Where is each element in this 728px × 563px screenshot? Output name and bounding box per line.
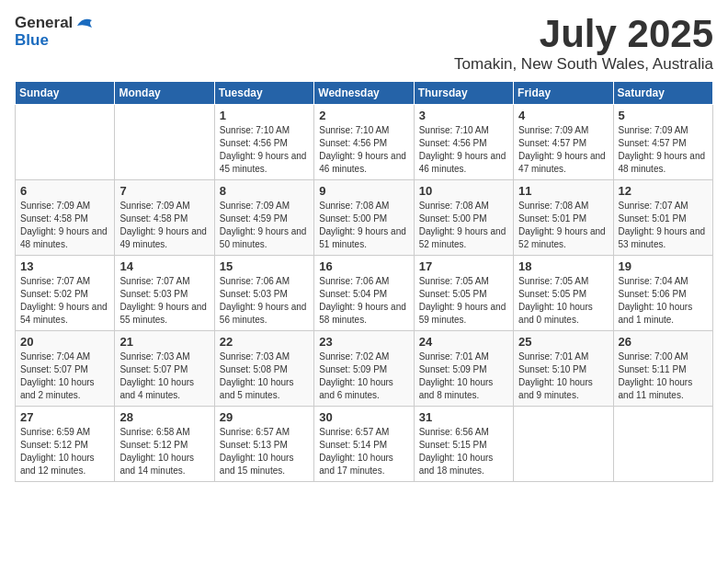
calendar-cell: 25Sunrise: 7:01 AM Sunset: 5:10 PM Dayli…: [514, 331, 613, 407]
day-number: 23: [319, 335, 408, 349]
day-info: Sunrise: 7:10 AM Sunset: 4:56 PM Dayligh…: [220, 124, 309, 176]
calendar-cell: 20Sunrise: 7:04 AM Sunset: 5:07 PM Dayli…: [16, 331, 115, 407]
calendar-cell: 12Sunrise: 7:07 AM Sunset: 5:01 PM Dayli…: [613, 180, 712, 256]
calendar-cell: 5Sunrise: 7:09 AM Sunset: 4:57 PM Daylig…: [613, 105, 712, 180]
day-number: 18: [518, 259, 608, 273]
calendar-day-header: Sunday: [16, 82, 115, 105]
day-info: Sunrise: 7:09 AM Sunset: 4:58 PM Dayligh…: [119, 200, 209, 251]
day-number: 27: [20, 410, 109, 424]
day-number: 7: [119, 184, 209, 198]
day-number: 19: [619, 259, 708, 273]
calendar-week-row: 20Sunrise: 7:04 AM Sunset: 5:07 PM Dayli…: [16, 331, 713, 407]
day-info: Sunrise: 7:06 AM Sunset: 5:03 PM Dayligh…: [220, 275, 309, 327]
calendar-day-header: Friday: [514, 82, 613, 105]
page-header: General Blue July 2025 Tomakin, New Sout…: [15, 15, 713, 74]
day-info: Sunrise: 6:57 AM Sunset: 5:14 PM Dayligh…: [319, 426, 408, 477]
calendar-cell: 23Sunrise: 7:02 AM Sunset: 5:09 PM Dayli…: [314, 331, 414, 407]
day-info: Sunrise: 7:08 AM Sunset: 5:00 PM Dayligh…: [419, 200, 508, 251]
calendar-cell: 9Sunrise: 7:08 AM Sunset: 5:00 PM Daylig…: [314, 180, 414, 256]
calendar-cell: 27Sunrise: 6:59 AM Sunset: 5:12 PM Dayli…: [16, 407, 115, 482]
day-number: 24: [419, 335, 508, 349]
calendar-cell: 30Sunrise: 6:57 AM Sunset: 5:14 PM Dayli…: [314, 407, 414, 482]
day-number: 3: [419, 109, 508, 122]
day-number: 13: [20, 259, 109, 273]
calendar-cell: 26Sunrise: 7:00 AM Sunset: 5:11 PM Dayli…: [613, 331, 712, 407]
calendar-week-row: 13Sunrise: 7:07 AM Sunset: 5:02 PM Dayli…: [16, 256, 713, 331]
day-info: Sunrise: 7:10 AM Sunset: 4:56 PM Dayligh…: [319, 124, 408, 176]
day-number: 5: [619, 109, 708, 122]
day-number: 10: [419, 184, 508, 198]
calendar-day-header: Wednesday: [314, 82, 414, 105]
day-info: Sunrise: 7:07 AM Sunset: 5:03 PM Dayligh…: [119, 275, 209, 327]
calendar-cell: [514, 407, 613, 482]
logo-blue: Blue: [15, 32, 49, 50]
day-info: Sunrise: 6:58 AM Sunset: 5:12 PM Dayligh…: [119, 426, 209, 477]
day-number: 28: [119, 410, 209, 424]
calendar-cell: 3Sunrise: 7:10 AM Sunset: 4:56 PM Daylig…: [414, 105, 513, 180]
day-number: 25: [518, 335, 608, 349]
title-block: July 2025 Tomakin, New South Wales, Aust…: [454, 15, 713, 74]
day-info: Sunrise: 7:05 AM Sunset: 5:05 PM Dayligh…: [518, 275, 608, 327]
calendar-cell: 14Sunrise: 7:07 AM Sunset: 5:03 PM Dayli…: [115, 256, 214, 331]
calendar-cell: [115, 105, 214, 180]
day-number: 2: [319, 109, 408, 122]
day-number: 20: [20, 335, 109, 349]
calendar-cell: [16, 105, 115, 180]
calendar-day-header: Tuesday: [214, 82, 313, 105]
day-number: 30: [319, 410, 408, 424]
calendar-cell: 7Sunrise: 7:09 AM Sunset: 4:58 PM Daylig…: [115, 180, 214, 256]
day-info: Sunrise: 7:08 AM Sunset: 5:01 PM Dayligh…: [518, 200, 608, 251]
day-info: Sunrise: 7:09 AM Sunset: 4:57 PM Dayligh…: [518, 124, 608, 176]
day-number: 15: [220, 259, 309, 273]
calendar-day-header: Thursday: [414, 82, 513, 105]
calendar-table: SundayMondayTuesdayWednesdayThursdayFrid…: [15, 81, 713, 482]
day-info: Sunrise: 7:06 AM Sunset: 5:04 PM Dayligh…: [319, 275, 408, 327]
logo-general: General: [15, 15, 73, 32]
calendar-cell: 1Sunrise: 7:10 AM Sunset: 4:56 PM Daylig…: [214, 105, 313, 180]
day-number: 12: [619, 184, 708, 198]
calendar-cell: 22Sunrise: 7:03 AM Sunset: 5:08 PM Dayli…: [214, 331, 313, 407]
calendar-cell: 13Sunrise: 7:07 AM Sunset: 5:02 PM Dayli…: [16, 256, 115, 331]
day-number: 11: [518, 184, 608, 198]
day-info: Sunrise: 6:59 AM Sunset: 5:12 PM Dayligh…: [20, 426, 109, 477]
calendar-cell: [613, 407, 712, 482]
day-info: Sunrise: 6:56 AM Sunset: 5:15 PM Dayligh…: [419, 426, 508, 477]
calendar-cell: 31Sunrise: 6:56 AM Sunset: 5:15 PM Dayli…: [414, 407, 513, 482]
calendar-cell: 28Sunrise: 6:58 AM Sunset: 5:12 PM Dayli…: [115, 407, 214, 482]
day-number: 21: [119, 335, 209, 349]
day-number: 14: [119, 259, 209, 273]
day-info: Sunrise: 7:03 AM Sunset: 5:08 PM Dayligh…: [220, 350, 309, 402]
day-info: Sunrise: 6:57 AM Sunset: 5:13 PM Dayligh…: [220, 426, 309, 477]
day-number: 1: [220, 109, 309, 122]
calendar-cell: 29Sunrise: 6:57 AM Sunset: 5:13 PM Dayli…: [214, 407, 313, 482]
day-number: 29: [220, 410, 309, 424]
day-info: Sunrise: 7:09 AM Sunset: 4:57 PM Dayligh…: [619, 124, 708, 176]
day-info: Sunrise: 7:04 AM Sunset: 5:06 PM Dayligh…: [619, 275, 708, 327]
day-info: Sunrise: 7:04 AM Sunset: 5:07 PM Dayligh…: [20, 350, 109, 402]
calendar-cell: 24Sunrise: 7:01 AM Sunset: 5:09 PM Dayli…: [414, 331, 513, 407]
day-info: Sunrise: 7:09 AM Sunset: 4:59 PM Dayligh…: [220, 200, 309, 251]
calendar-cell: 21Sunrise: 7:03 AM Sunset: 5:07 PM Dayli…: [115, 331, 214, 407]
day-number: 31: [419, 410, 508, 424]
calendar-day-header: Monday: [115, 82, 214, 105]
calendar-cell: 10Sunrise: 7:08 AM Sunset: 5:00 PM Dayli…: [414, 180, 513, 256]
calendar-header-row: SundayMondayTuesdayWednesdayThursdayFrid…: [16, 82, 713, 105]
logo: General Blue: [15, 15, 96, 49]
day-info: Sunrise: 7:01 AM Sunset: 5:10 PM Dayligh…: [518, 350, 608, 402]
day-number: 9: [319, 184, 408, 198]
calendar-cell: 8Sunrise: 7:09 AM Sunset: 4:59 PM Daylig…: [214, 180, 313, 256]
day-number: 8: [220, 184, 309, 198]
calendar-cell: 19Sunrise: 7:04 AM Sunset: 5:06 PM Dayli…: [613, 256, 712, 331]
day-number: 26: [619, 335, 708, 349]
day-info: Sunrise: 7:08 AM Sunset: 5:00 PM Dayligh…: [319, 200, 408, 251]
day-info: Sunrise: 7:07 AM Sunset: 5:01 PM Dayligh…: [619, 200, 708, 251]
day-info: Sunrise: 7:07 AM Sunset: 5:02 PM Dayligh…: [20, 275, 109, 327]
day-number: 6: [20, 184, 109, 198]
day-info: Sunrise: 7:00 AM Sunset: 5:11 PM Dayligh…: [619, 350, 708, 402]
calendar-cell: 16Sunrise: 7:06 AM Sunset: 5:04 PM Dayli…: [314, 256, 414, 331]
calendar-cell: 4Sunrise: 7:09 AM Sunset: 4:57 PM Daylig…: [514, 105, 613, 180]
day-number: 4: [518, 109, 608, 122]
calendar-cell: 15Sunrise: 7:06 AM Sunset: 5:03 PM Dayli…: [214, 256, 313, 331]
calendar-week-row: 1Sunrise: 7:10 AM Sunset: 4:56 PM Daylig…: [16, 105, 713, 180]
day-number: 17: [419, 259, 508, 273]
